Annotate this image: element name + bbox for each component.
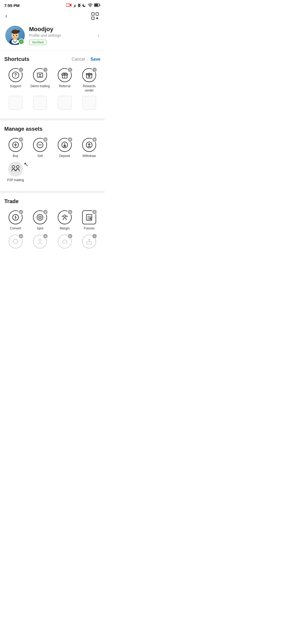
sell-label: Sell [37,154,43,158]
shortcuts-header: Shortcuts Cancel | Save [4,56,100,62]
manage-deposit[interactable]: + Deposit [53,137,76,158]
referral-remove-badge[interactable]: − [67,67,73,72]
svg-rect-0 [66,4,70,6]
manage-withdraw[interactable]: + Withdraw [78,137,101,158]
earn-icon-wrapper: + [57,234,72,249]
extra-icon-wrapper: − [82,234,97,249]
svg-point-17 [17,30,20,32]
trade-margin[interactable]: + Margin [53,210,76,231]
empty-slot-box-2 [33,96,47,110]
trade-earn[interactable]: + [53,234,76,249]
empty-slot-3[interactable] [53,96,76,110]
shortcut-support[interactable]: ? − Support [4,68,27,93]
buy-icon-wrapper: + [8,137,23,152]
empty-slot-box-1 [9,96,23,110]
earn-add-badge[interactable]: + [67,233,73,239]
shortcut-referral[interactable]: − Referral [53,68,76,93]
support-remove-badge[interactable]: − [18,67,24,72]
profile-section: ✓ Moodjoy Profile and settings Verified … [0,23,105,50]
support-icon-wrapper: ? − [8,68,23,83]
section-divider-1 [0,118,105,120]
futures-add-badge[interactable]: + [92,209,97,215]
spot-add-badge[interactable]: + [43,209,48,215]
empty-slot-4[interactable] [78,96,101,110]
trade-futures[interactable]: + Futures [78,210,101,231]
profile-subtitle: Profile and settings [29,33,97,38]
trade-copy[interactable]: + [29,234,52,249]
video-icon [66,3,72,8]
verified-tag: Verified [29,40,46,45]
profile-arrow-icon[interactable]: › [97,32,99,39]
svg-rect-57 [87,242,92,244]
convert-add-badge[interactable]: + [18,209,24,215]
svg-rect-4 [99,4,100,6]
moon-icon [82,3,86,8]
referral-icon-wrapper: − [57,68,72,83]
manage-sell[interactable]: + Sell [29,137,52,158]
svg-point-41 [16,166,19,168]
cursor-icon: ↖ [24,161,28,168]
svg-point-16 [12,30,18,33]
avatar-container: ✓ [5,26,25,45]
trade-spot[interactable]: + Spot [29,210,52,231]
margin-label: Margin [60,226,70,231]
trade-bottom-row: + + [4,234,100,249]
buy-add-badge[interactable]: + [18,137,24,142]
spot-icon-wrapper: + [32,210,48,225]
deposit-label: Deposit [59,154,70,158]
deposit-add-badge[interactable]: + [67,137,73,142]
options-add-badge[interactable]: + [18,233,24,239]
shortcuts-section: Shortcuts Cancel | Save ? − Support [0,51,105,118]
margin-add-badge[interactable]: + [67,209,73,215]
back-button[interactable]: ‹ [5,13,7,20]
svg-point-45 [40,217,41,218]
rewards-remove-badge[interactable]: − [92,67,97,72]
sell-add-badge[interactable]: + [43,137,48,142]
cancel-button[interactable]: Cancel [72,57,85,62]
shortcuts-actions: Cancel | Save [72,57,100,62]
withdraw-add-badge[interactable]: + [92,137,97,142]
trade-grid: + Convert + Spot [4,210,100,231]
trade-options[interactable]: + [4,234,27,249]
manage-p2p-grid: ↖ P2P trading [4,162,100,182]
save-button[interactable]: Save [90,57,100,62]
svg-point-53 [39,239,41,241]
futures-label: Futures [84,226,95,231]
p2p-label: P2P trading [7,178,24,182]
manage-buy[interactable]: + Buy [4,137,27,158]
sell-icon-wrapper: + [32,137,48,152]
empty-slot-box-4 [82,96,96,110]
manage-assets-title: Manage assets [4,126,42,132]
svg-rect-7 [96,13,99,15]
trade-convert[interactable]: + Convert [4,210,27,231]
manage-p2p[interactable]: ↖ P2P trading [4,162,27,182]
demo-label: Demo trading [30,84,50,89]
shortcut-rewards-center[interactable]: − Rewards center [78,68,101,93]
empty-slot-2[interactable] [29,96,52,110]
shortcut-demo-trading[interactable]: − Demo trading [29,68,52,93]
svg-point-46 [64,215,66,217]
svg-rect-5 [95,4,98,6]
wifi-icon [88,3,93,8]
empty-slot-1[interactable] [4,96,27,110]
trade-extra[interactable]: − [78,234,101,249]
demo-remove-badge[interactable]: − [43,67,48,72]
action-divider: | [87,57,88,62]
spot-label: Spot [37,226,44,231]
svg-text:?: ? [14,73,17,77]
empty-slot-box-3 [58,96,72,110]
svg-rect-51 [90,218,90,219]
svg-rect-52 [91,217,92,219]
rewards-label: Rewards center [78,84,101,93]
svg-rect-6 [92,13,94,15]
svg-marker-1 [70,3,71,7]
scan-button[interactable] [91,12,99,20]
shortcuts-title: Shortcuts [4,56,29,62]
battery-icon [94,3,100,8]
futures-icon-wrapper: + [82,210,97,225]
extra-remove-badge[interactable]: − [92,233,97,239]
demo-icon-wrapper: − [32,68,48,83]
copy-add-badge[interactable]: + [43,233,48,239]
copy-icon-wrapper: + [32,234,48,249]
svg-point-40 [12,166,15,168]
